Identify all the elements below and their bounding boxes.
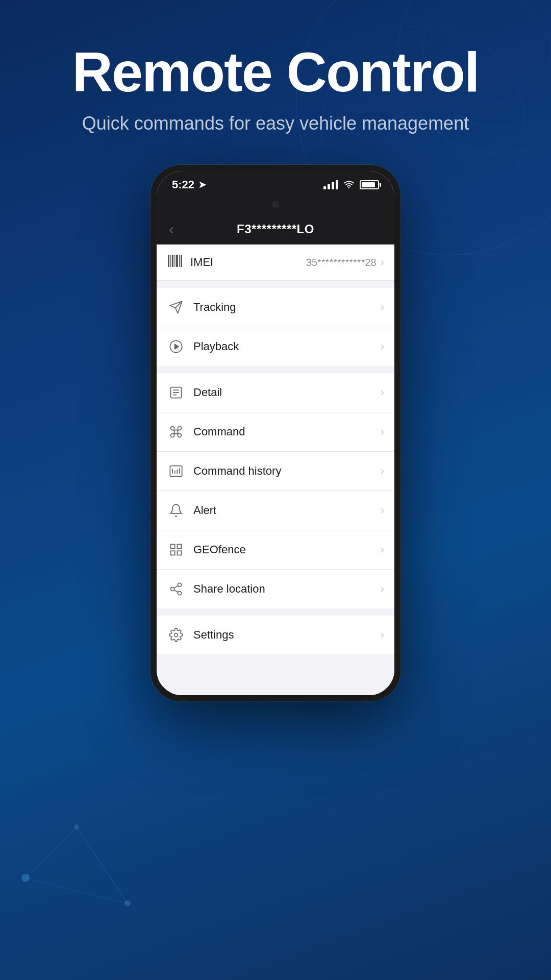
signal-strength-icon (323, 180, 338, 189)
back-button[interactable]: ‹ (169, 220, 174, 238)
share-location-chevron-icon: › (381, 582, 384, 596)
alert-icon (167, 501, 185, 520)
settings-icon (167, 626, 185, 644)
time-display: 5:22 (172, 178, 194, 191)
svg-line-5 (26, 878, 128, 903)
svg-point-34 (178, 583, 182, 586)
command-label: Command (193, 425, 381, 438)
imei-section: IMEI 35************28 › (157, 244, 394, 281)
barcode-icon (167, 254, 182, 271)
menu-group-2: Detail › Command › (157, 373, 394, 608)
command-icon (167, 423, 185, 441)
detail-label: Detail (193, 386, 381, 399)
svg-point-9 (348, 187, 350, 188)
page-subtitle: Quick commands for easy vehicle manageme… (31, 113, 520, 134)
playback-chevron-icon: › (381, 340, 384, 353)
alert-chevron-icon: › (381, 504, 384, 517)
svg-rect-31 (177, 545, 181, 549)
tracking-icon (167, 298, 185, 316)
share-location-icon (167, 580, 185, 598)
geofence-chevron-icon: › (381, 543, 384, 556)
tracking-label: Tracking (193, 301, 381, 314)
screen-content: IMEI 35************28 › (157, 244, 394, 695)
svg-marker-20 (175, 344, 179, 349)
wifi-icon (343, 179, 355, 191)
svg-rect-13 (174, 255, 176, 267)
imei-label: IMEI (190, 256, 306, 269)
svg-point-2 (124, 900, 131, 906)
svg-line-37 (174, 590, 178, 593)
geofence-icon (167, 541, 185, 559)
svg-line-4 (77, 827, 128, 903)
command-history-label: Command history (193, 464, 381, 478)
svg-rect-30 (171, 545, 175, 549)
svg-rect-11 (170, 255, 171, 267)
settings-chevron-icon: › (381, 628, 384, 642)
svg-point-35 (171, 587, 174, 591)
menu-item-command-history[interactable]: Command history › (157, 452, 394, 491)
phone-mockup: 5:22 ➤ (151, 165, 400, 701)
phone-screen: 5:22 ➤ (157, 171, 394, 695)
svg-rect-10 (168, 255, 169, 267)
svg-rect-12 (172, 255, 173, 267)
command-history-chevron-icon: › (381, 464, 384, 478)
settings-label: Settings (193, 628, 381, 642)
nav-title: F3*********LO (237, 222, 314, 236)
geofence-label: GEOfence (193, 543, 381, 556)
menu-item-detail[interactable]: Detail › (157, 373, 394, 412)
detail-icon (167, 383, 185, 402)
detail-chevron-icon: › (381, 386, 384, 399)
imei-value: 35************28 (306, 257, 377, 268)
notch (157, 195, 394, 214)
menu-item-settings[interactable]: Settings › (157, 616, 394, 654)
status-icons (323, 179, 379, 191)
imei-chevron-icon: › (381, 256, 384, 269)
svg-point-0 (21, 874, 30, 882)
alert-label: Alert (193, 504, 381, 517)
svg-rect-25 (170, 466, 182, 477)
menu-item-tracking[interactable]: Tracking › (157, 288, 394, 327)
svg-rect-32 (177, 551, 181, 555)
command-chevron-icon: › (381, 425, 384, 438)
status-bar: 5:22 ➤ (157, 171, 394, 195)
playback-label: Playback (193, 340, 381, 353)
playback-icon (167, 337, 185, 356)
menu-item-alert[interactable]: Alert › (157, 491, 394, 530)
svg-rect-33 (171, 551, 175, 555)
location-arrow-icon: ➤ (198, 179, 206, 190)
menu-group-1: Tracking › Playback › (157, 288, 394, 366)
menu-group-3: Settings › (157, 616, 394, 654)
share-location-label: Share location (193, 582, 381, 596)
command-history-icon (167, 462, 185, 480)
bottom-space (157, 654, 394, 695)
imei-row[interactable]: IMEI 35************28 › (157, 244, 394, 280)
svg-point-39 (174, 633, 178, 637)
svg-rect-15 (179, 255, 180, 267)
svg-rect-16 (181, 255, 182, 267)
navigation-bar: ‹ F3*********LO (157, 214, 394, 244)
svg-rect-14 (176, 255, 178, 267)
svg-point-1 (74, 824, 79, 829)
menu-item-playback[interactable]: Playback › (157, 327, 394, 366)
menu-item-share-location[interactable]: Share location › (157, 570, 394, 608)
status-time: 5:22 ➤ (172, 178, 206, 191)
menu-item-command[interactable]: Command › (157, 412, 394, 452)
page-title: Remote Control (31, 41, 520, 103)
svg-line-38 (174, 586, 178, 589)
battery-icon (360, 180, 379, 189)
menu-item-geofence[interactable]: GEOfence › (157, 530, 394, 570)
svg-point-36 (178, 592, 182, 595)
tracking-chevron-icon: › (381, 301, 384, 314)
svg-line-3 (26, 827, 77, 878)
